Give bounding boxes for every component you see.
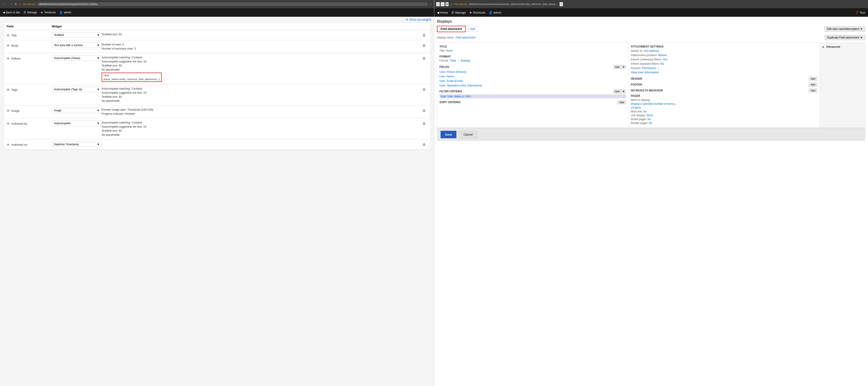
left-shortcuts-button[interactable]: ★ Shortcuts [40,11,56,14]
sort-criteria-add-button[interactable]: Add [617,100,626,104]
authored-by-widget-label: Autocomplete [54,122,70,125]
right-home-label: Home [440,11,448,14]
image-widget-select[interactable]: Image ▼ [52,108,102,113]
more-link-row: More link: No [631,110,817,113]
left-admin-button[interactable]: 👤 admin [59,11,71,14]
fields-user-operations[interactable]: User: Operations links (Operations) [439,84,626,88]
inherit-contextual-key: Inherit contextual filters: [631,58,662,61]
inherit-exposed-value[interactable]: No [660,62,664,65]
right-back-button[interactable]: ← [436,2,440,6]
left-star-button[interactable]: ☆ [430,2,432,6]
duplicate-button[interactable]: Duplicate Field attachment ▼ [825,35,865,40]
authored-on-gear-button[interactable]: ⚙ [421,142,428,147]
footer-add-button[interactable]: Add [809,83,817,87]
no-results-add-button[interactable]: Add [809,89,817,93]
body-drag-handle[interactable]: ✚ [6,43,9,48]
right-tour-button[interactable]: ❓ Tour [855,11,865,14]
tags-widget-select[interactable]: Autocomplete (Tags sty ▼ [52,87,102,92]
render-pager-value[interactable]: No [649,122,652,125]
left-url-bar[interactable]: d8/admin/structure/types/manage/article/… [37,2,428,6]
displays-tabs: Field attachment + Add Edit view name/de… [437,26,865,32]
fields-header: FIELDS Add ▼ [439,65,626,69]
editors-gear-button[interactable]: ⚙ [421,56,428,61]
body-widget-label: Text area with a summa [54,44,83,47]
authored-on-drag-handle[interactable]: ✚ [6,142,9,147]
right-home-button[interactable]: ◀ Home [437,11,448,14]
editors-widget-select[interactable]: Autocomplete (Views) ▼ [52,56,102,61]
format-settings-link[interactable]: Settings [461,59,470,62]
left-manage-button[interactable]: ☰ Manage [24,11,37,14]
image-gear-button[interactable]: ⚙ [421,108,428,113]
display-name-value[interactable]: Field attachment [456,36,476,39]
access-value[interactable]: Permission [642,66,656,70]
right-admin-button[interactable]: 👤 admin [489,11,501,14]
format-value-link[interactable]: Table [450,59,456,62]
attachment-settings-section: ATTACHMENT SETTINGS Attach to: Not defin… [631,45,817,74]
format-pipe: | [458,59,459,62]
authored-by-widget-select[interactable]: Autocomplete ▼ [52,121,102,126]
inherit-contextual-value[interactable]: Yes [663,58,668,61]
back-to-site-button[interactable]: ◀ Back to site [3,11,20,14]
table-row: ✚ Authored on Datetime Timestamp ▼ ⚙ [4,139,430,150]
filter-criteria-add-dropdown[interactable]: ▼ [621,89,626,93]
header-add-button[interactable]: Add [809,77,817,81]
title-widget-select[interactable]: Textfield ▼ [52,32,102,38]
filter-criteria-add-button[interactable]: Add [613,89,622,93]
items-display-link[interactable]: Display a specified number of items [631,102,674,105]
right-shortcuts-button[interactable]: ★ Shortcuts [469,11,486,14]
left-back-button[interactable]: ← [2,2,7,6]
fields-user-picture[interactable]: User: Picture (Picture) [439,70,626,74]
no-results-header: NO RESULTS BEHAVIOR Add [631,89,817,93]
filter-criteria-header: FILTER CRITERIA Add ▼ [439,89,626,93]
authored-on-widget-select[interactable]: Datetime Timestamp ▼ [52,142,102,147]
view-user-info-link[interactable]: View user information [631,71,659,74]
items-val-link[interactable]: 10 items [631,106,641,109]
attach-to-value[interactable]: Not defined [644,49,659,53]
footer-section: FOOTER Add [631,83,817,87]
left-reload-button[interactable]: ↻ [14,2,17,6]
left-admin-label: admin [64,11,71,14]
right-reload-button[interactable]: ↻ [445,2,449,6]
no-results-label: NO RESULTS BEHAVIOR [631,89,809,92]
right-forward-button[interactable]: → [440,2,444,6]
advanced-button[interactable]: ► Advanced [822,45,863,49]
right-user-icon: 👤 [489,11,492,14]
filter-user-status[interactable]: User: User status (= Yes) [439,94,626,98]
add-display-tab[interactable]: + Add [466,26,477,32]
cancel-button[interactable]: Cancel [459,131,477,138]
title-gear-button[interactable]: ⚙ [421,32,428,38]
inherit-pager-value[interactable]: No [648,118,651,121]
tags-drag-handle[interactable]: ✚ [6,88,9,92]
link-display-value[interactable]: None [646,114,653,117]
right-manage-button[interactable]: ☰ Manage [452,11,466,14]
link-display-row: Link display: None [631,114,817,117]
fields-add-dropdown-button[interactable]: ▼ [621,65,626,69]
image-drag-handle[interactable]: ✚ [6,108,9,113]
right-star-button[interactable]: ☆ [559,2,563,6]
edit-view-name-button[interactable]: Edit view name/description ▼ [824,26,865,32]
authored-by-drag-handle[interactable]: ✚ [6,122,9,126]
right-panel: ← → ↻ ⚠ Not Secure d8/admin/structure/vi… [434,0,868,386]
right-url-bar[interactable]: d8/admin/structure/views/view/article_ed… [469,3,558,5]
fields-user-email[interactable]: User: Email (Email) [439,79,626,83]
more-link-value[interactable]: No [643,110,647,113]
left-manage-label: Manage [27,11,37,14]
fields-user-name[interactable]: User: Name [439,74,626,78]
attachment-position-value[interactable]: Before [658,54,667,57]
editors-drag-handle[interactable]: ✚ [6,56,9,61]
authored-by-gear-button[interactable]: ⚙ [421,121,428,126]
left-forward-button[interactable]: → [8,2,13,6]
items-to-display-key: Items to display: [631,98,650,102]
title-value-link[interactable]: None [446,49,453,52]
show-row-weights-link[interactable]: 👁 Show row weights [406,18,431,21]
fields-add-button[interactable]: Add [613,65,622,69]
tags-gear-button[interactable]: ⚙ [421,87,428,92]
editors-field-name: ✚ Editors [6,56,52,61]
back-to-site-label: Back to site [6,11,20,14]
field-attachment-tab[interactable]: Field attachment [437,26,466,32]
body-gear-button[interactable]: ⚙ [421,42,428,48]
right-question-icon: ❓ [855,11,859,14]
save-button[interactable]: Save [440,131,457,138]
body-widget-select[interactable]: Text area with a summa ▼ [52,42,102,48]
title-drag-handle[interactable]: ✚ [6,33,9,38]
